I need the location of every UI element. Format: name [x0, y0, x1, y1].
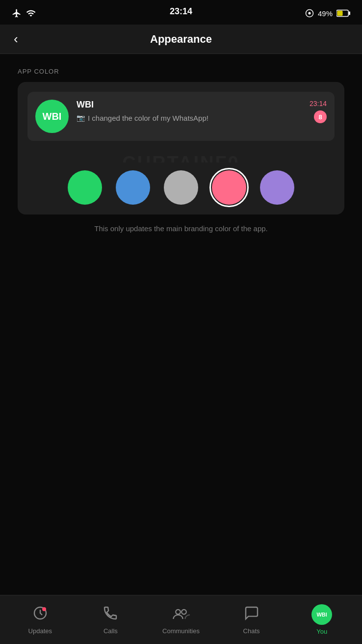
- chat-message: 📷 I changed the color of my WhatsApp!: [77, 113, 327, 123]
- swatch-pink[interactable]: [212, 170, 246, 205]
- svg-point-8: [181, 609, 186, 614]
- swatch-green[interactable]: [68, 170, 102, 205]
- svg-point-6: [42, 607, 46, 611]
- swatch-blue[interactable]: [116, 170, 150, 205]
- chat-info: WBI 📷 I changed the color of my WhatsApp…: [77, 100, 327, 123]
- status-bar: 23:14 49%: [0, 0, 362, 25]
- swatch-gray[interactable]: [164, 170, 198, 205]
- nav-item-chats[interactable]: Chats: [216, 600, 287, 635]
- chat-avatar: WBI: [35, 100, 69, 133]
- chats-icon: [244, 605, 259, 624]
- location-icon: [305, 9, 314, 18]
- nav-label-chats: Chats: [243, 627, 260, 635]
- hint-text: This only updates the main branding colo…: [18, 223, 344, 235]
- wifi-icon: [26, 8, 36, 18]
- chat-name: WBI: [77, 100, 327, 110]
- color-card: CURTAINF0 WBI WBI 📷 I changed the color …: [18, 82, 344, 215]
- battery-percentage: 49%: [318, 9, 333, 18]
- back-button[interactable]: ‹: [10, 29, 22, 49]
- camera-icon: 📷: [77, 113, 85, 123]
- battery-icon: [336, 9, 350, 17]
- nav-item-updates[interactable]: Updates: [5, 600, 76, 635]
- bottom-nav: Updates Calls Communities Chats: [0, 595, 362, 644]
- svg-rect-3: [349, 11, 350, 15]
- unread-badge: 8: [314, 110, 327, 123]
- nav-label-you: You: [316, 628, 327, 635]
- section-label: APP COLOR: [18, 68, 344, 75]
- svg-rect-4: [337, 11, 342, 16]
- nav-item-you[interactable]: WBI You: [286, 599, 357, 635]
- page-title: Appearance: [150, 33, 212, 46]
- status-time: 23:14: [170, 6, 192, 17]
- communities-icon: [172, 605, 190, 624]
- status-icons: [12, 8, 36, 18]
- nav-item-communities[interactable]: Communities: [146, 600, 216, 635]
- chat-time: 23:14: [310, 100, 327, 107]
- svg-point-7: [176, 609, 181, 614]
- main-content: APP COLOR CURTAINF0 WBI WBI 📷 I changed …: [0, 54, 362, 235]
- you-avatar: WBI: [311, 604, 332, 625]
- swatches-row: [27, 170, 335, 205]
- chat-preview: WBI WBI 📷 I changed the color of my What…: [27, 92, 335, 141]
- header: ‹ Appearance: [0, 25, 362, 54]
- updates-icon: [32, 605, 48, 624]
- nav-item-calls[interactable]: Calls: [76, 600, 146, 635]
- nav-label-calls: Calls: [103, 627, 118, 635]
- swatch-purple[interactable]: [260, 170, 294, 205]
- chat-meta: 23:14 8: [310, 100, 327, 123]
- calls-icon: [103, 605, 118, 624]
- nav-label-updates: Updates: [28, 627, 52, 635]
- svg-point-1: [309, 12, 311, 15]
- airplane-icon: [12, 8, 22, 18]
- nav-label-communities: Communities: [162, 627, 200, 635]
- status-right: 49%: [305, 9, 350, 18]
